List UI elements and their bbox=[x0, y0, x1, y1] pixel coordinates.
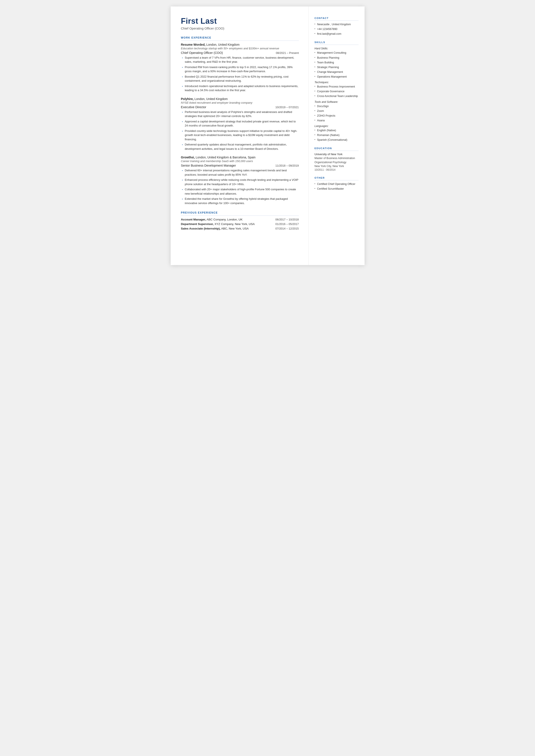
candidate-job-title: Chief Operating Officer (COO) bbox=[181, 26, 299, 30]
languages-label: Languages: bbox=[315, 125, 358, 127]
role-title-coo: Chief Operating Officer (COO) bbox=[181, 51, 223, 55]
skill-item: Management Consulting bbox=[315, 51, 358, 55]
bullets-exec-dir: Performed business-level analysis of Pol… bbox=[181, 110, 299, 151]
bullet-item: Promoted RW from lowest-ranking profits … bbox=[185, 65, 299, 73]
tools-list: DocuSign Zoom ZOHO Projects Asana bbox=[315, 104, 358, 123]
contact-phone: +44 1234567890 bbox=[315, 27, 358, 31]
bullet-item: Extended the market share for Growthsi b… bbox=[185, 197, 299, 205]
name-title-block: First Last Chief Operating Officer (COO) bbox=[181, 17, 299, 30]
bullet-item: Provided country-wide technology busines… bbox=[185, 129, 299, 142]
role-title-sbdm: Senior Business Development Manager bbox=[181, 164, 236, 167]
contact-email: first.last@gmail.com bbox=[315, 32, 358, 36]
prev-exp-row-2: Department Supervisor, XYZ Company, New … bbox=[181, 222, 299, 226]
role-line-sbdm: Senior Business Development Manager 11/2… bbox=[181, 164, 299, 167]
techniques-label: Techniques: bbox=[315, 81, 358, 84]
prev-exp-row-1: Account Manager, ABC Company, London, UK… bbox=[181, 218, 299, 221]
technique-item: Cross-functional Team Leadership bbox=[315, 94, 358, 98]
skills-section-header: SKILLS bbox=[315, 41, 358, 45]
prev-exp-left-2: Department Supervisor, XYZ Company, New … bbox=[181, 222, 255, 226]
bullets-coo: Supervised a team of 7 VPs from HR, fina… bbox=[181, 56, 299, 93]
edu-school-name: University of New York bbox=[315, 153, 358, 156]
work-entry-resumeworded: Resume Worded, London, United Kingdom Ed… bbox=[181, 43, 299, 93]
company-desc-growthsi: Career training and membership SaaS with… bbox=[181, 159, 299, 163]
company-name-resumeworded: Resume Worded, bbox=[181, 43, 206, 46]
previous-experience-section-header: PREVIOUS EXPERIENCE bbox=[181, 211, 299, 216]
role-title-exec-dir: Executive Director bbox=[181, 105, 207, 109]
technique-item: Corporate Governance bbox=[315, 90, 358, 93]
tool-item: DocuSign bbox=[315, 104, 358, 108]
bullet-item: Approved a capital development strategy … bbox=[185, 119, 299, 128]
candidate-name: First Last bbox=[181, 17, 299, 25]
other-item: Certified ScrumMaster bbox=[315, 187, 358, 191]
tool-item: Asana bbox=[315, 119, 358, 123]
bullet-item: Collaborated with 20+ major stakeholders… bbox=[185, 187, 299, 196]
bullet-item: Enhanced process efficiency while reduci… bbox=[185, 178, 299, 186]
bullet-item: Delivered quarterly updates about fiscal… bbox=[185, 142, 299, 151]
language-item: Romanian (Native) bbox=[315, 133, 358, 137]
other-list: Certified Chief Operating Officer Certif… bbox=[315, 182, 358, 191]
edu-dates: 10/2011 - 06/2014 bbox=[315, 168, 358, 171]
prev-exp-row-3: Sales Associate (Internship), ABC, New Y… bbox=[181, 227, 299, 230]
edu-entry-1: University of New York Master of Busines… bbox=[315, 153, 358, 171]
work-entry-polyhire: Polyhire, London, United Kingdom NYSE-li… bbox=[181, 97, 299, 151]
edu-degree: Master of Business Administration Organi… bbox=[315, 156, 358, 164]
company-line-resumeworded: Resume Worded, London, United Kingdom bbox=[181, 43, 299, 46]
language-item: Spanish (Conversational) bbox=[315, 138, 358, 142]
bullets-sbdm: Delivered 60+ internal presentations reg… bbox=[181, 168, 299, 205]
company-location-growthsi: London, United Kingdom & Barcelona, Spai… bbox=[195, 155, 256, 159]
contact-location: Newcastle , United Kingdom bbox=[315, 22, 358, 26]
hard-skills-label: Hard Skills: bbox=[315, 47, 358, 50]
languages-list: English (Native) Romanian (Native) Spani… bbox=[315, 128, 358, 142]
tool-item: ZOHO Projects bbox=[315, 114, 358, 118]
skill-item: Strategic Planning bbox=[315, 65, 358, 69]
role-line-coo: Chief Operating Officer (COO) 08/2021 – … bbox=[181, 51, 299, 55]
other-section-header: OTHER bbox=[315, 177, 358, 181]
company-name-polyhire: Polyhire, bbox=[181, 97, 194, 101]
role-line-exec-dir: Executive Director 10/2019 – 07/2021 bbox=[181, 105, 299, 109]
skill-item: Team Building bbox=[315, 61, 358, 65]
edu-location: New York City, New York bbox=[315, 164, 358, 168]
bullet-item: Introduced modern operational techniques… bbox=[185, 84, 299, 93]
company-location-resumeworded: London, United Kingdom bbox=[206, 43, 239, 46]
bullet-item: Delivered 60+ internal presentations reg… bbox=[185, 168, 299, 177]
main-column: First Last Chief Operating Officer (COO)… bbox=[171, 7, 309, 265]
company-line-polyhire: Polyhire, London, United Kingdom bbox=[181, 97, 299, 101]
company-line-growthsi: Growthsi, London, United Kingdom & Barce… bbox=[181, 155, 299, 159]
tools-label: Tools and Software: bbox=[315, 100, 358, 103]
resume-page: First Last Chief Operating Officer (COO)… bbox=[171, 7, 365, 265]
prev-exp-left-1: Account Manager, ABC Company, London, UK bbox=[181, 218, 242, 221]
technique-item: Business Process Improvement bbox=[315, 85, 358, 89]
bullet-item: Performed business-level analysis of Pol… bbox=[185, 110, 299, 118]
company-name-growthsi: Growthsi, bbox=[181, 155, 195, 159]
prev-exp-left-3: Sales Associate (Internship), ABC, New Y… bbox=[181, 227, 249, 230]
sidebar-column: CONTACT Newcastle , United Kingdom +44 1… bbox=[309, 7, 365, 265]
skill-item: Business Planning bbox=[315, 56, 358, 60]
tool-item: Zoom bbox=[315, 109, 358, 113]
language-item: English (Native) bbox=[315, 128, 358, 132]
company-desc-resumeworded: Education technology startup with 50+ em… bbox=[181, 47, 299, 50]
contact-list: Newcastle , United Kingdom +44 123456789… bbox=[315, 22, 358, 36]
role-dates-sbdm: 11/2018 – 09/2019 bbox=[275, 164, 299, 167]
techniques-list: Business Process Improvement Corporate G… bbox=[315, 85, 358, 98]
bullet-item: Supervised a team of 7 VPs from HR, fina… bbox=[185, 56, 299, 64]
role-dates-coo: 08/2021 – Present bbox=[276, 51, 299, 55]
bullet-item: Boosted Q1 2022 financial performance fr… bbox=[185, 74, 299, 83]
skill-item: Change Management bbox=[315, 70, 358, 74]
other-item: Certified Chief Operating Officer bbox=[315, 182, 358, 186]
company-location-polyhire: London, United Kingdom bbox=[194, 97, 228, 101]
prev-exp-dates-3: 07/2014 – 12/2015 bbox=[275, 227, 299, 230]
work-entry-growthsi: Growthsi, London, United Kingdom & Barce… bbox=[181, 155, 299, 205]
education-section-header: EDUCATION bbox=[315, 147, 358, 151]
contact-section-header: CONTACT bbox=[315, 17, 358, 21]
role-dates-exec-dir: 10/2019 – 07/2021 bbox=[275, 106, 299, 109]
hard-skills-list: Management Consulting Business Planning … bbox=[315, 51, 358, 79]
skill-item: Operations Management bbox=[315, 75, 358, 79]
work-experience-section-header: WORK EXPERIENCE bbox=[181, 36, 299, 41]
prev-exp-dates-1: 06/2017 – 10/2018 bbox=[275, 218, 299, 221]
prev-exp-dates-2: 01/2016 – 05/2017 bbox=[275, 222, 299, 226]
company-desc-polyhire: NYSE-listed recruitment and employer bra… bbox=[181, 101, 299, 104]
